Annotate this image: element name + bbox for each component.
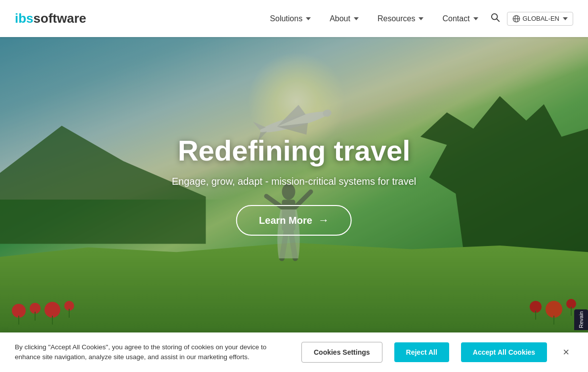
nav-item-solutions[interactable]: Solutions (263, 10, 318, 27)
cookies-settings-button[interactable]: Cookies Settings (301, 342, 382, 363)
logo-software: software (34, 11, 86, 26)
nav-link-resources[interactable]: Resources (371, 10, 430, 27)
svg-line-1 (497, 19, 499, 21)
hero-content: Redefining travel Engage, grow, adapt - … (172, 134, 417, 236)
reject-all-button[interactable]: Reject All (394, 342, 449, 362)
logo[interactable]: ibssoftware (15, 11, 86, 26)
learn-more-button[interactable]: Learn More → (236, 205, 352, 236)
search-button[interactable] (490, 12, 500, 25)
hero-section: Redefining travel Engage, grow, adapt - … (0, 37, 588, 332)
globe-icon (512, 15, 520, 23)
nav-item-contact[interactable]: Contact (435, 10, 485, 27)
hero-title: Redefining travel (172, 134, 417, 167)
nav-link-solutions[interactable]: Solutions (263, 10, 318, 27)
revain-badge: Revain (574, 309, 588, 330)
navbar: ibssoftware Solutions About Resources Co… (0, 0, 588, 37)
search-icon (490, 12, 500, 22)
nav-item-resources[interactable]: Resources (371, 10, 430, 27)
nav-item-about[interactable]: About (323, 10, 366, 27)
cookie-close-button[interactable]: × (559, 346, 573, 359)
cookie-text: By clicking "Accept All Cookies", you ag… (15, 342, 290, 363)
nav-link-about[interactable]: About (323, 10, 366, 27)
hero-subtitle: Engage, grow, adapt - mission-critical s… (172, 176, 417, 187)
cookie-banner: By clicking "Accept All Cookies", you ag… (0, 332, 588, 372)
chevron-down-icon (563, 17, 568, 20)
nav-links: Solutions About Resources Contact (263, 10, 485, 27)
chevron-down-icon (419, 17, 423, 20)
chevron-down-icon (354, 17, 359, 20)
nav-icons: GLOBAL-EN (490, 12, 573, 26)
locale-label: GLOBAL-EN (523, 15, 559, 22)
chevron-down-icon (473, 17, 478, 20)
accept-all-cookies-button[interactable]: Accept All Cookies (461, 342, 547, 362)
chevron-down-icon (306, 17, 311, 20)
logo-ibs: ibs (15, 11, 34, 26)
nav-link-contact[interactable]: Contact (435, 10, 485, 27)
arrow-icon: → (318, 214, 329, 227)
locale-selector[interactable]: GLOBAL-EN (507, 12, 573, 26)
